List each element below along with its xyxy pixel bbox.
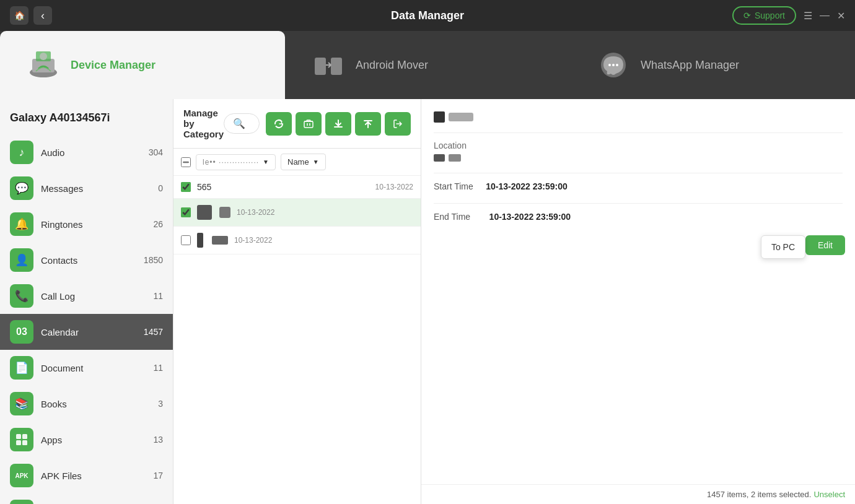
item-3-thumb2 [212,236,228,245]
sidebar-item-document[interactable]: 📄 Document 11 [0,350,173,386]
end-time-label: End Time [434,212,470,222]
end-time-value: 10-13-2022 23:59:00 [489,212,571,222]
import-button[interactable] [325,112,351,136]
sidebar-item-books[interactable]: 📚 Books 3 [0,386,173,422]
item-2-checkbox-container [181,207,191,217]
tab-whatsapp-manager[interactable]: WhatsApp Manager [570,31,855,99]
tab-device-manager[interactable]: Device Manager [0,31,285,99]
minimize-button[interactable]: — [820,10,830,21]
svg-point-7 [608,64,611,66]
home-button[interactable]: 🏠 [10,6,28,25]
title-bar: 🏠 ‹ Data Manager ⟳ Support ☰ — ✕ [0,0,855,31]
tab-android-mover[interactable]: Android Mover [285,31,570,99]
support-label: Support [755,11,785,20]
calendar-label: Calendar [41,327,136,337]
call-log-label: Call Log [41,291,146,302]
device-name: Galaxy A40134567i [0,105,173,134]
select-all-checkbox[interactable] [181,157,191,167]
sidebar-item-call-log[interactable]: 📞 Call Log 11 [0,278,173,314]
svg-rect-4 [315,58,326,75]
title-bar-left: 🏠 ‹ [10,6,52,25]
list-item[interactable]: 565 10-13-2022 [173,176,421,199]
svg-point-9 [616,64,618,66]
sidebar-item-zip-files[interactable]: ZIP ZIP Files 5 [0,493,173,504]
sidebar-item-contacts[interactable]: 👤 Contacts 1850 [0,242,173,278]
detail-divider-1 [434,133,843,133]
contacts-label: Contacts [41,255,136,266]
back-button[interactable]: ‹ [33,6,52,25]
status-text: 1457 items, 2 items selected. [707,490,811,499]
messages-label: Messages [41,183,151,194]
sidebar-item-apps[interactable]: Apps 13 [0,422,173,458]
svg-rect-11 [22,434,27,439]
svg-rect-14 [304,121,313,128]
category-title: Manage by Category [183,108,224,139]
calendar-count: 1457 [144,327,163,337]
detail-location-label: Location [434,141,843,150]
items-list: 565 10-13-2022 10-13-2022 10-13-2022 [173,176,421,504]
svg-rect-12 [16,440,21,445]
item-2-checkbox[interactable] [181,207,191,217]
support-icon: ⟳ [743,11,751,20]
contacts-icon: 👤 [10,248,33,272]
detail-name-row [434,111,843,123]
start-time-value: 10-13-2022 23:59:00 [486,181,568,191]
sidebar-item-apk-files[interactable]: APK APK Files 17 [0,458,173,493]
detail-location-value-row [434,154,843,162]
filter-dropdown[interactable]: le•• ··············· ▼ [196,154,276,170]
menu-icon[interactable]: ☰ [804,10,812,22]
location-icon-1 [434,154,445,162]
audio-label: Audio [41,147,141,158]
apk-files-icon: APK [10,464,33,487]
sidebar-item-calendar[interactable]: 03 Calendar 1457 [0,314,173,350]
sidebar: Galaxy A40134567i ♪ Audio 304 💬 Messages… [0,99,173,504]
search-bar[interactable]: 🔍 [224,113,260,134]
item-2-thumb2 [219,207,230,218]
status-bar: 1457 items, 2 items selected. Unselect [421,484,855,504]
zip-files-icon: ZIP [10,500,33,504]
support-button[interactable]: ⟳ Support [732,6,796,25]
detail-blurred-name [449,113,473,121]
item-1-checkbox-container [181,182,191,192]
item-3-checkbox[interactable] [181,235,191,245]
list-item[interactable]: 10-13-2022 [173,199,421,227]
books-icon: 📚 [10,392,33,415]
title-bar-right: ⟳ Support ☰ — ✕ [732,6,845,25]
item-3-thumb [197,233,203,248]
sort-dropdown[interactable]: Name ▼ [281,154,326,170]
detail-start-time-field: Start Time 10-13-2022 23:59:00 [434,181,843,192]
item-1-name: 565 [197,182,369,192]
unselect-link[interactable]: Unselect [813,490,845,499]
toolbar [266,112,411,136]
signout-button[interactable] [385,112,411,136]
item-1-checkbox[interactable] [181,182,191,192]
edit-button[interactable]: Edit [805,235,845,255]
sidebar-item-audio[interactable]: ♪ Audio 304 [0,134,173,170]
item-1-date: 10-13-2022 [375,183,413,191]
call-log-icon: 📞 [10,284,33,308]
svg-rect-10 [16,434,21,439]
category-panel: Manage by Category 🔍 [173,99,421,504]
start-time-label: Start Time [434,181,473,191]
delete-button[interactable] [296,112,322,136]
detail-end-time-field: End Time 10-13-2022 23:59:00 [434,211,843,222]
messages-count: 0 [158,183,163,193]
svg-point-8 [612,64,615,66]
app-title: Data Manager [391,9,464,22]
refresh-button[interactable] [266,112,292,136]
audio-icon: ♪ [10,141,33,164]
sidebar-item-ringtones[interactable]: 🔔 Ringtones 26 [0,206,173,242]
whatsapp-manager-label: WhatsApp Manager [641,59,739,72]
sidebar-item-messages[interactable]: 💬 Messages 0 [0,170,173,206]
call-log-count: 11 [153,291,163,301]
document-count: 11 [153,363,163,373]
apk-files-count: 17 [153,471,163,480]
window-controls: ☰ — ✕ [804,10,845,22]
messages-icon: 💬 [10,176,33,200]
list-item[interactable]: 10-13-2022 [173,227,421,254]
device-manager-label: Device Manager [71,59,156,72]
export-button[interactable] [355,112,381,136]
close-button[interactable]: ✕ [837,10,845,22]
apps-icon [10,428,33,451]
detail-icon-1 [434,111,445,123]
